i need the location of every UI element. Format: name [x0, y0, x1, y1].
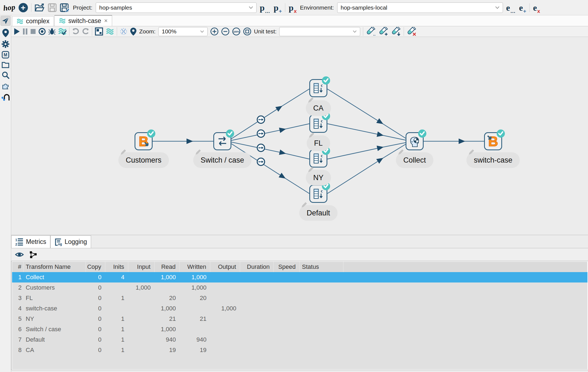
- save-as-button[interactable]: [60, 3, 70, 12]
- unit-test-delete-button[interactable]: [407, 27, 417, 36]
- column-header[interactable]: Status: [300, 262, 344, 272]
- table-row[interactable]: 3FL012020: [12, 293, 587, 303]
- sidebar-item-locations[interactable]: [2, 29, 9, 37]
- column-header[interactable]: #: [12, 262, 24, 272]
- show-rows-eye-button[interactable]: [15, 251, 24, 258]
- column-header[interactable]: Output: [210, 262, 240, 272]
- table-cell: 940: [155, 334, 180, 345]
- environment-combo[interactable]: hop-samples-local: [337, 2, 503, 13]
- preview-button[interactable]: [39, 28, 46, 35]
- unit-test-attach-button[interactable]: [391, 27, 401, 36]
- hop-copy-badge[interactable]: [257, 116, 265, 166]
- environment-delete-button[interactable]: ex: [533, 3, 540, 12]
- stop-button[interactable]: [30, 29, 36, 34]
- table-cell: [105, 282, 128, 293]
- tab-switch-case[interactable]: switch-case ×: [54, 15, 112, 26]
- pause-button[interactable]: [23, 28, 28, 35]
- transform-switch-case[interactable]: [213, 132, 231, 150]
- column-header[interactable]: Transform Name: [24, 262, 86, 272]
- node-label-collect[interactable]: Collect: [396, 152, 433, 168]
- sidebar-item-metadata[interactable]: M: [2, 51, 9, 59]
- save-button[interactable]: [48, 3, 57, 12]
- sidebar-item-configuration[interactable]: [2, 40, 9, 48]
- project-add-button[interactable]: p+: [274, 3, 282, 12]
- tab-complex[interactable]: complex: [12, 16, 54, 26]
- new-button[interactable]: +: [19, 3, 28, 12]
- table-row[interactable]: 6Switch / case011,000: [12, 324, 587, 334]
- table-row[interactable]: 8CA011919: [12, 345, 587, 355]
- column-header[interactable]: Written: [180, 262, 210, 272]
- location-pin-icon[interactable]: [130, 28, 136, 36]
- transform-default[interactable]: c: [309, 185, 327, 203]
- zoom-reset-button[interactable]: 100%: [232, 27, 240, 36]
- zoom-in-button[interactable]: [210, 27, 219, 36]
- align-snap-button[interactable]: [95, 27, 103, 36]
- table-row[interactable]: 1Collect041,0001,000: [12, 272, 587, 282]
- table-cell: [210, 345, 240, 355]
- open-file-button[interactable]: [35, 4, 45, 12]
- project-edit-button[interactable]: p…: [260, 3, 270, 12]
- table-row[interactable]: 4switch-case01,0001,000: [12, 303, 587, 314]
- node-label-customers[interactable]: Customers: [118, 152, 169, 168]
- table-cell: [180, 303, 210, 314]
- unit-test-add-button[interactable]: [379, 27, 388, 36]
- show-graph-button[interactable]: [29, 251, 37, 258]
- tab-metrics[interactable]: 12 Metrics: [11, 235, 50, 248]
- environment-add-button[interactable]: e+: [519, 3, 526, 12]
- node-label-default[interactable]: Default: [299, 205, 337, 221]
- node-label-fl[interactable]: FL: [307, 135, 330, 151]
- transform-collect[interactable]: [406, 132, 424, 150]
- column-header[interactable]: Copy: [86, 262, 105, 272]
- table-cell: [300, 272, 344, 282]
- column-header[interactable]: Read: [155, 262, 180, 272]
- transform-ca[interactable]: c: [309, 79, 327, 97]
- run-button[interactable]: [14, 28, 20, 35]
- zoom-out-button[interactable]: [221, 27, 229, 36]
- undo-button[interactable]: [72, 28, 79, 35]
- table-row[interactable]: 7Default01940940: [12, 334, 587, 345]
- table-row[interactable]: 2Customers01,0001,000: [12, 282, 587, 293]
- table-row[interactable]: 5NY012121: [12, 314, 587, 324]
- column-header[interactable]: Duration: [240, 262, 274, 272]
- unit-test-combo[interactable]: [279, 27, 360, 36]
- sidebar-item-plugins[interactable]: [2, 82, 9, 90]
- unit-test-edit-button[interactable]: …: [366, 27, 376, 36]
- transform-customers[interactable]: [135, 132, 153, 150]
- svg-text:100%: 100%: [233, 30, 239, 33]
- sidebar-item-search[interactable]: [2, 71, 9, 79]
- project-combo[interactable]: hop-samples: [96, 2, 257, 13]
- table-cell: 0: [86, 303, 105, 314]
- environment-edit-button[interactable]: e…: [506, 3, 516, 12]
- edit-pencil-icon: [119, 148, 127, 157]
- node-label-ny[interactable]: NY: [306, 170, 331, 186]
- tab-logging[interactable]: og Logging: [50, 235, 91, 248]
- project-delete-button[interactable]: px: [289, 3, 296, 12]
- column-header[interactable]: Speed: [274, 262, 300, 272]
- node-label-switch-case-output[interactable]: switch-case: [466, 152, 520, 168]
- execution-info-icon[interactable]: [120, 28, 127, 35]
- node-label-ca[interactable]: CA: [306, 100, 331, 116]
- chevron-down-icon: [495, 6, 499, 9]
- debug-bug-icon[interactable]: [48, 28, 56, 35]
- separator: [92, 27, 92, 36]
- sidebar-item-git[interactable]: [1, 93, 10, 101]
- close-icon[interactable]: ×: [104, 17, 108, 24]
- zoom-fit-button[interactable]: [243, 27, 251, 36]
- metrics-table-header: #Transform NameCopyInitsInputReadWritten…: [12, 262, 587, 272]
- data-orchestration-perspective-button[interactable]: [1, 16, 10, 26]
- column-header[interactable]: Input: [128, 262, 155, 272]
- transform-fl[interactable]: c: [309, 115, 327, 133]
- node-label-switch-case[interactable]: Switch / case: [193, 152, 251, 168]
- redo-button[interactable]: [82, 28, 89, 35]
- table-cell: 4: [105, 272, 128, 282]
- pipeline-waves-icon[interactable]: [106, 28, 114, 35]
- column-header[interactable]: Inits: [105, 262, 128, 272]
- pipeline-canvas[interactable]: c c c c Custo: [11, 37, 588, 235]
- transform-switch-case-output[interactable]: [484, 132, 502, 150]
- sidebar-item-explorer[interactable]: [2, 62, 9, 68]
- table-cell: [240, 345, 274, 355]
- zoom-combo[interactable]: 100%: [158, 27, 208, 36]
- table-cell: [128, 324, 155, 334]
- check-pipeline-button[interactable]: [58, 28, 66, 35]
- transform-ny[interactable]: c: [309, 149, 327, 168]
